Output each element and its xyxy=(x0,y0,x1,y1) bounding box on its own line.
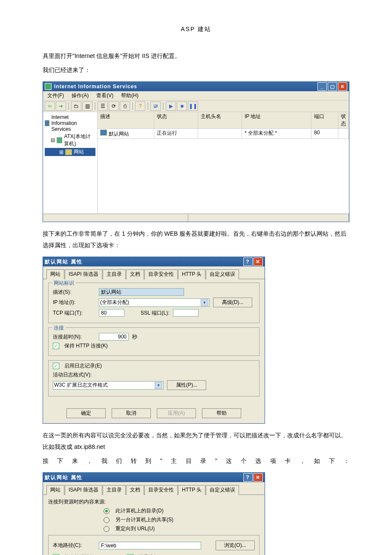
label-contentsource: 连接到资源时的内容来源: xyxy=(48,498,259,506)
refresh-button[interactable]: ⟳ xyxy=(109,101,119,111)
menu-help[interactable]: 帮助(H) xyxy=(121,92,138,99)
cell-status: 正在运行 xyxy=(154,129,198,139)
input-timeout[interactable] xyxy=(99,333,129,341)
dlg2-tabs: 网站 ISAPI 筛选器 主目录 文档 目录安全性 HTTP 头 自定义错误 xyxy=(43,482,265,494)
dialog-website: 默认网站 属性 ? ✕ 网站 ISAPI 筛选器 主目录 文档 目录安全性 HT… xyxy=(43,257,265,424)
forward-button[interactable]: ➔ xyxy=(56,101,66,111)
checkbox-logging[interactable]: ✓ xyxy=(53,363,59,369)
label-ip: IP 地址(I): xyxy=(53,299,95,306)
label-seconds: 秒 xyxy=(132,333,137,341)
tab-http[interactable]: HTTP 头 xyxy=(178,269,205,279)
minimize-button[interactable]: _ xyxy=(317,82,327,91)
tab-doc[interactable]: 文档 xyxy=(126,269,144,279)
list-button[interactable]: ▥ xyxy=(82,101,92,111)
dlg2-titlebar: 默认网站 属性 ? ✕ xyxy=(43,473,265,482)
input-localpath[interactable] xyxy=(99,542,201,549)
tree-computer-label: ATX(本地计算机) xyxy=(64,133,95,147)
col-status[interactable]: 状态 xyxy=(154,112,198,129)
close-button[interactable]: ✕ xyxy=(254,257,263,266)
tab-isapi[interactable]: ISAPI 筛选器 xyxy=(65,269,102,279)
radio-thisdir[interactable] xyxy=(104,508,110,514)
col-host[interactable]: 主机头名 xyxy=(198,112,242,129)
chevron-down-icon: ▼ xyxy=(155,382,162,389)
help-button[interactable]: 帮助 xyxy=(202,408,241,418)
tree-panel: Internet Information Services ⊟ATX(本地计算机… xyxy=(43,112,98,214)
group-connection: 连接 连接超时(N):秒 ✓保持 HTTP 连接(K) xyxy=(48,327,259,356)
para5: 接下来，我们转到"主目录"这个选项卡，如下： xyxy=(43,455,349,467)
tab-doc[interactable]: 文档 xyxy=(126,485,144,495)
back-button[interactable]: ⇦ xyxy=(45,101,55,111)
server-button[interactable]: 🖳 xyxy=(150,101,161,111)
label-timeout: 连接超时(N): xyxy=(53,333,95,341)
checkbox-keepalive[interactable]: ✓ xyxy=(53,343,59,349)
tree-websites[interactable]: ⊞网站 xyxy=(45,148,95,156)
advanced-button[interactable]: 高级(D)... xyxy=(213,298,252,307)
select-ip[interactable]: (全部未分配)▼ xyxy=(99,298,210,307)
tab-custom[interactable]: 自定义错误 xyxy=(206,269,239,279)
globe-icon xyxy=(45,120,49,126)
col-desc[interactable]: 描述 xyxy=(98,112,154,129)
tab-home[interactable]: 主目录 xyxy=(103,269,126,279)
label-logformat: 活动日志格式(V): xyxy=(53,371,92,379)
tab-home[interactable]: 主目录 xyxy=(103,485,126,495)
tab-dirsec[interactable]: 目录安全性 xyxy=(144,485,178,495)
help-button[interactable]: ? xyxy=(243,257,253,266)
group-title-siteid: 网站标识 xyxy=(52,280,76,287)
browse-button[interactable]: 浏览(O)... xyxy=(216,541,255,550)
group-site-id: 网站标识 描述(S): IP 地址(I):(全部未分配)▼高级(D)... TC… xyxy=(48,283,259,323)
col-port[interactable]: 端口 xyxy=(311,112,338,129)
tab-custom[interactable]: 自定义错误 xyxy=(206,485,239,495)
up-button[interactable]: 🗀 xyxy=(71,101,81,111)
list-header: 描述 状态 主机头名 IP 地址 端口 状态 xyxy=(98,112,349,129)
menu-file[interactable]: 文件(F) xyxy=(47,92,64,99)
dlg1-tabs: 网站 ISAPI 筛选器 主目录 文档 目录安全性 HTTP 头 自定义错误 xyxy=(43,266,265,279)
group-logging: ✓启用日志记录(E) 活动日志格式(V): W3C 扩展日志文件格式▼属性(P)… xyxy=(48,360,259,396)
close-button[interactable]: ✕ xyxy=(254,473,263,482)
para3: 接下来的工作非常简单了，在 1 分钟内，你的 WEB 服务器就要建好啦。首先，右… xyxy=(43,228,349,251)
tab-website[interactable]: 网站 xyxy=(46,485,64,495)
dlg1-body: 网站标识 描述(S): IP 地址(I):(全部未分配)▼高级(D)... TC… xyxy=(43,279,265,404)
tab-isapi[interactable]: ISAPI 筛选器 xyxy=(65,485,102,495)
list-row[interactable]: 默认网站 正在运行 * 全部未分配 * 80 xyxy=(98,129,349,139)
menu-action[interactable]: 操作(A) xyxy=(72,92,89,99)
iis-titlebar: Internet Information Services _ ▢ ✕ xyxy=(43,82,349,91)
tab-http[interactable]: HTTP 头 xyxy=(178,485,205,495)
label-desc: 描述(S): xyxy=(53,289,95,296)
radio-share[interactable] xyxy=(104,517,110,523)
col-state[interactable]: 状态 xyxy=(338,112,349,129)
menu-view[interactable]: 查看(V) xyxy=(96,92,113,99)
export-button[interactable]: ⎙ xyxy=(120,101,130,111)
tab-website[interactable]: 网站 xyxy=(46,269,64,279)
tree-websites-label: 网站 xyxy=(74,148,84,156)
tree-computer[interactable]: ⊟ATX(本地计算机) xyxy=(45,133,95,148)
input-desc[interactable] xyxy=(99,288,184,296)
apply-button[interactable]: 应用(A) xyxy=(157,408,196,418)
radio-redirect[interactable] xyxy=(104,526,110,532)
para2: 我们已经进来了： xyxy=(43,64,349,76)
prop-button[interactable]: ☰ xyxy=(98,101,108,111)
ok-button[interactable]: 确定 xyxy=(66,408,106,418)
col-ip[interactable]: IP 地址 xyxy=(242,112,311,129)
play-button[interactable]: ▶ xyxy=(166,101,176,111)
group-title-conn: 连接 xyxy=(52,324,66,332)
label-thisdir: 此计算机上的目录(D) xyxy=(115,507,164,515)
label-share: 另一台计算机上的共享(S) xyxy=(115,516,173,523)
select-logformat[interactable]: W3C 扩展日志文件格式▼ xyxy=(53,381,164,390)
cell-state xyxy=(338,129,349,139)
input-ssl[interactable] xyxy=(173,309,199,317)
help-button[interactable]: ? xyxy=(243,473,253,482)
cancel-button[interactable]: 取消 xyxy=(112,408,151,418)
dialog-homedir: 默认网站 属性 ? ✕ 网站 ISAPI 筛选器 主目录 文档 目录安全性 HT… xyxy=(43,472,265,555)
tab-dirsec[interactable]: 目录安全性 xyxy=(144,269,178,279)
maximize-button[interactable]: ▢ xyxy=(328,82,337,91)
logprops-button[interactable]: 属性(P)... xyxy=(167,380,206,390)
group-path: 本地路径(C):浏览(O)... ✓脚本资源访问(T) ✓读取(R) 写入(W)… xyxy=(48,535,259,555)
pause-button[interactable]: ❚❚ xyxy=(188,101,198,111)
tree-root[interactable]: Internet Information Services xyxy=(45,114,95,133)
input-tcp[interactable] xyxy=(99,309,124,317)
computer-icon xyxy=(57,137,62,143)
close-button[interactable]: ✕ xyxy=(338,82,347,91)
help-button[interactable]: ? xyxy=(135,101,145,111)
stop-button[interactable]: ■ xyxy=(177,101,187,111)
label-redirect: 重定向到 URL(U) xyxy=(115,525,155,532)
